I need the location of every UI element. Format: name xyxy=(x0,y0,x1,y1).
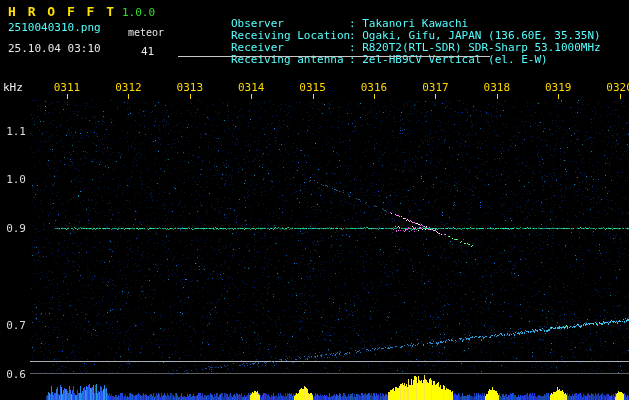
mode-label: meteor xyxy=(128,27,164,38)
app-title: H R O F F T xyxy=(8,4,116,19)
y-tick-label: 0.9 xyxy=(0,222,26,235)
y-axis-unit-label: kHz xyxy=(3,81,23,94)
x-tick-label: 0312 xyxy=(115,81,142,94)
y-tick-label: 0.6 xyxy=(0,368,26,381)
y-tick-label: 0.7 xyxy=(0,319,26,332)
y-tick-label: 1.1 xyxy=(0,125,26,138)
x-tick-label: 0320 xyxy=(606,81,629,94)
station-info: Observer: Takanori Kawachi Receiving Loc… xyxy=(178,6,601,54)
x-tick-label: 0316 xyxy=(361,81,388,94)
x-tick-label: 0314 xyxy=(238,81,265,94)
x-tick-label: 0319 xyxy=(545,81,572,94)
x-tick-label: 0318 xyxy=(484,81,511,94)
echo-count: 41 xyxy=(141,45,154,58)
output-filename: 2510040310.png xyxy=(8,21,101,34)
x-tick-label: 0313 xyxy=(177,81,204,94)
app-version: 1.0.0 xyxy=(122,6,155,19)
datetime-label: 25.10.04 03:10 xyxy=(8,42,101,55)
info-colon: : xyxy=(349,53,362,66)
x-tick-label: 0311 xyxy=(54,81,81,94)
x-tick-label: 0317 xyxy=(422,81,449,94)
info-value: 2el-HB9CV Vertical (el. E-W) xyxy=(362,53,547,66)
info-underline xyxy=(178,56,490,57)
info-row-observer: Observer: Takanori Kawachi xyxy=(178,6,601,18)
hrofft-output-window: H R O F F T 1.0.0 2510040310.png meteor … xyxy=(0,0,629,400)
y-tick-label: 1.0 xyxy=(0,173,26,186)
x-tick-label: 0315 xyxy=(299,81,326,94)
